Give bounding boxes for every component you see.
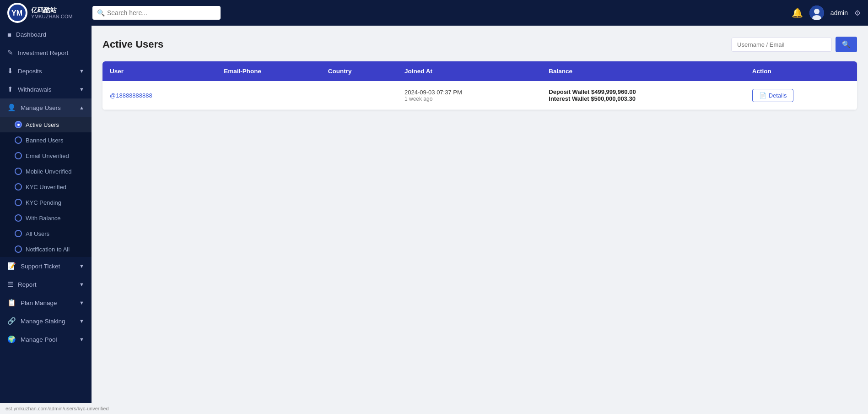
chevron-down-icon: ▼ <box>79 68 84 74</box>
svg-text:YM: YM <box>11 9 22 17</box>
user-link[interactable]: @18888888888 <box>110 92 152 99</box>
sidebar-subitem-banned-users[interactable]: Banned Users <box>0 132 92 148</box>
search-button[interactable]: 🔍 <box>836 37 857 52</box>
details-label: Details <box>769 92 787 99</box>
details-icon: 📄 <box>759 92 766 99</box>
sidebar-item-label: Withdrawals <box>18 86 52 93</box>
sidebar-subitem-kyc-pending[interactable]: KYC Pending <box>0 195 92 210</box>
cell-country <box>321 81 397 110</box>
sidebar-item-support-ticket[interactable]: 📝 Support Ticket ▼ <box>0 257 92 275</box>
main-content: Active Users 🔍 User Email-Phone Country … <box>92 26 868 403</box>
users-table-wrap: User Email-Phone Country Joined At Balan… <box>102 61 857 110</box>
sidebar-item-deposits[interactable]: ⬇ Deposits ▼ <box>0 62 92 80</box>
joined-at-relative: 1 week ago <box>404 96 534 102</box>
cell-joined-at: 2024-09-03 07:37 PM 1 week ago <box>397 81 541 110</box>
logo: YM 亿码酷站 YMKUZHAN.COM <box>7 3 85 23</box>
sidebar-item-label: Dashboard <box>16 31 46 38</box>
status-bar: est.ymkuzhan.com/admin/users/kyc-unverif… <box>0 403 868 414</box>
notification-dot <box>15 245 22 253</box>
subitem-label: With Balance <box>26 215 61 222</box>
chevron-down-icon: ▼ <box>79 282 84 287</box>
chevron-down-icon: ▼ <box>79 318 84 324</box>
chevron-up-icon: ▲ <box>79 105 84 110</box>
active-dot <box>15 121 22 128</box>
sidebar-item-label: Manage Staking <box>21 318 65 325</box>
subitem-label: Banned Users <box>26 137 63 144</box>
filter-right: 🔍 <box>731 37 857 52</box>
sidebar-subitem-email-unverified[interactable]: Email Unverified <box>0 148 92 163</box>
withdrawal-icon: ⬆ <box>7 85 13 93</box>
search-input[interactable] <box>92 6 221 20</box>
col-email-phone: Email-Phone <box>216 61 320 81</box>
sidebar: ■ Dashboard ✎ Investment Report ⬇ Deposi… <box>0 26 92 403</box>
deposit-wallet-value: $499,999,960.00 <box>591 88 636 95</box>
report-icon: ☰ <box>7 280 13 289</box>
sidebar-item-manage-pool[interactable]: 🌍 Manage Pool ▼ <box>0 330 92 349</box>
cell-email-phone <box>216 81 320 110</box>
staking-icon: 🔗 <box>7 317 16 325</box>
page-title: Active Users <box>102 38 163 50</box>
sidebar-item-report[interactable]: ☰ Report ▼ <box>0 275 92 294</box>
interest-wallet-line: Interest Wallet $500,000,003.30 <box>549 95 737 102</box>
gear-icon[interactable]: ⚙ <box>854 9 861 17</box>
sidebar-item-manage-users[interactable]: 👤 Manage Users ▲ <box>0 98 92 117</box>
dashboard-icon: ■ <box>7 31 11 38</box>
col-country: Country <box>321 61 397 81</box>
users-table: User Email-Phone Country Joined At Balan… <box>102 61 857 110</box>
subitem-label: KYC Unverified <box>26 184 66 191</box>
sidebar-item-manage-staking[interactable]: 🔗 Manage Staking ▼ <box>0 312 92 330</box>
table-row: @18888888888 2024-09-03 07:37 PM 1 week … <box>102 81 857 110</box>
deposit-icon: ⬇ <box>7 67 13 75</box>
deposit-wallet-line: Deposit Wallet $499,999,960.00 <box>549 88 737 95</box>
admin-name-label: admin <box>830 9 848 16</box>
sidebar-item-label: Deposits <box>18 68 42 75</box>
sidebar-subitem-all-users[interactable]: All Users <box>0 226 92 241</box>
subitem-label: KYC Pending <box>26 199 61 206</box>
subitem-label: Active Users <box>26 121 59 128</box>
subitem-label: Notification to All <box>26 246 70 253</box>
username-email-input[interactable] <box>731 38 832 52</box>
sidebar-subitem-notification-to-all[interactable]: Notification to All <box>0 241 92 257</box>
sidebar-item-withdrawals[interactable]: ⬆ Withdrawals ▼ <box>0 80 92 98</box>
col-action: Action <box>745 61 857 81</box>
interest-wallet-label: Interest Wallet <box>549 95 589 102</box>
bell-icon[interactable]: 🔔 <box>792 7 803 18</box>
sidebar-item-label: Manage Pool <box>21 336 57 343</box>
svg-point-3 <box>814 9 819 14</box>
sidebar-item-label: Report <box>18 281 37 288</box>
joined-at-date: 2024-09-03 07:37 PM <box>404 89 534 96</box>
layout: ■ Dashboard ✎ Investment Report ⬇ Deposi… <box>0 26 868 403</box>
details-button[interactable]: 📄 Details <box>752 89 794 102</box>
chevron-down-icon: ▼ <box>79 300 84 305</box>
banned-dot <box>15 136 22 144</box>
interest-wallet-value: $500,000,003.30 <box>591 95 636 102</box>
sidebar-subitem-active-users[interactable]: Active Users <box>0 117 92 132</box>
sidebar-item-dashboard[interactable]: ■ Dashboard <box>0 26 92 44</box>
col-joined-at: Joined At <box>397 61 541 81</box>
deposit-wallet-label: Deposit Wallet <box>549 88 589 95</box>
sidebar-subitem-mobile-unverified[interactable]: Mobile Unverified <box>0 163 92 179</box>
email-unverified-dot <box>15 152 22 159</box>
pool-icon: 🌍 <box>7 335 16 343</box>
topnav: YM 亿码酷站 YMKUZHAN.COM 🔍 🔔 admin ⚙ <box>0 0 868 26</box>
sidebar-item-plan-manage[interactable]: 📋 Plan Manage ▼ <box>0 294 92 312</box>
with-balance-dot <box>15 214 22 222</box>
manage-users-submenu: Active Users Banned Users Email Unverifi… <box>0 117 92 257</box>
search-wrap: 🔍 <box>92 6 221 20</box>
sidebar-item-label: Investment Report <box>18 49 68 56</box>
sidebar-item-label: Manage Users <box>21 104 61 111</box>
ticket-icon: 📝 <box>7 262 16 270</box>
cell-balance: Deposit Wallet $499,999,960.00 Interest … <box>541 81 744 110</box>
sidebar-subitem-kyc-unverified[interactable]: KYC Unverified <box>0 179 92 195</box>
subitem-label: Email Unverified <box>26 153 69 159</box>
bar-chart-icon: ✎ <box>7 49 13 57</box>
sidebar-item-label: Plan Manage <box>21 300 57 306</box>
logo-icon: YM <box>7 3 27 23</box>
sidebar-subitem-with-balance[interactable]: With Balance <box>0 210 92 226</box>
kyc-pending-dot <box>15 199 22 206</box>
users-icon: 👤 <box>7 104 16 112</box>
avatar <box>809 5 824 20</box>
sidebar-item-investment-report[interactable]: ✎ Investment Report <box>0 44 92 62</box>
search-icon: 🔍 <box>97 9 105 16</box>
sidebar-item-label: Support Ticket <box>21 263 60 270</box>
